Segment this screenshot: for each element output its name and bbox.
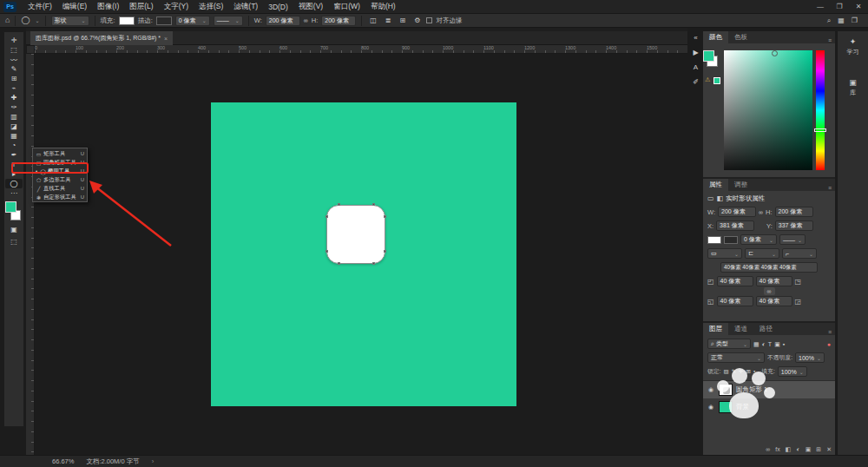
hue-slider-marker[interactable]	[814, 128, 826, 132]
blend-mode-select[interactable]: 正常⌄	[707, 352, 765, 363]
minimize-button[interactable]: —	[811, 0, 830, 14]
link-layers-icon[interactable]: ∞	[766, 446, 770, 453]
prop-height-input[interactable]: 200 像素	[775, 207, 813, 217]
panel-menu-icon[interactable]: ≡	[828, 185, 835, 191]
filter-smart-objects-icon[interactable]: ▪	[783, 341, 785, 347]
prop-stroke-swatch[interactable]	[724, 236, 738, 244]
character-panel-icon[interactable]: A	[694, 64, 698, 71]
anchor-point[interactable]	[326, 215, 328, 218]
collapse-panels-icon[interactable]: «	[694, 35, 697, 42]
layer-filter-select[interactable]: ⌕类型⌄	[707, 339, 751, 349]
vertical-ruler[interactable]	[26, 54, 35, 455]
color-picker-marker[interactable]	[772, 50, 778, 56]
close-tab-icon[interactable]: ×	[164, 36, 168, 42]
panel-tab[interactable]: 图层	[703, 323, 728, 335]
foreground-background-swatches[interactable]	[5, 201, 23, 222]
tool-mode-select[interactable]: 形状⌄	[51, 16, 89, 26]
search-icon[interactable]: ⌕	[827, 17, 831, 24]
anchor-point[interactable]	[326, 250, 328, 253]
panel-menu-icon[interactable]: ≡	[828, 37, 835, 43]
rounded-rectangle-shape[interactable]	[326, 205, 385, 264]
anchor-point[interactable]	[372, 262, 375, 265]
ellipse-tool[interactable]: ◯	[5, 179, 23, 188]
filter-type-layers-icon[interactable]: T	[768, 341, 772, 347]
panel-tab[interactable]: 路径	[753, 323, 779, 335]
close-button[interactable]: ✕	[849, 0, 868, 14]
anchor-point[interactable]	[338, 262, 340, 265]
layer-style-icon[interactable]: fx	[775, 446, 779, 453]
menu-item[interactable]: 文字(Y)	[159, 0, 194, 14]
eyedropper-tool[interactable]: ⌁	[5, 83, 23, 93]
lock-position-icon[interactable]: ✛	[739, 369, 743, 375]
lock-pixels-icon[interactable]: ✎	[732, 369, 736, 375]
filter-adjustment-layers-icon[interactable]: ◐	[762, 341, 766, 347]
blur-tool[interactable]: ◔	[5, 141, 23, 150]
menu-item[interactable]: 图像(I)	[92, 0, 124, 14]
menu-item[interactable]: 图层(L)	[124, 0, 158, 14]
panel-tab[interactable]: 调整	[728, 179, 753, 191]
status-chevron-icon[interactable]: ›	[152, 457, 155, 465]
hue-slider[interactable]	[816, 50, 825, 170]
anchor-point[interactable]	[338, 203, 340, 206]
tool-preset-icon[interactable]: ◯	[21, 16, 30, 24]
arrange-documents-icon[interactable]: ▦	[838, 17, 845, 24]
radius-link-icon[interactable]: ∞	[764, 287, 775, 295]
layer-visibility-icon[interactable]: ◉	[707, 404, 715, 411]
foreground-color-swatch[interactable]	[5, 201, 16, 213]
new-group-icon[interactable]: ▣	[806, 446, 812, 453]
flyout-rectangle-tool[interactable]: ▭ 矩形工具 U	[33, 149, 87, 158]
panel-tab[interactable]: 色板	[728, 31, 753, 43]
radius-bl-input[interactable]: 40 像素	[717, 296, 753, 306]
lasso-tool[interactable]: 〰	[5, 55, 23, 64]
stroke-align-select[interactable]: ▭⌄	[707, 248, 742, 259]
eraser-tool[interactable]: ◪	[5, 122, 23, 131]
layer-thumbnail[interactable]	[719, 401, 733, 413]
panel-menu-icon[interactable]: ≡	[828, 329, 835, 335]
screen-mode-icon[interactable]: ⬚	[5, 237, 23, 247]
learn-panel[interactable]: ✦ 学习	[847, 38, 859, 56]
brush-settings-panel-icon[interactable]: ✐	[693, 79, 699, 86]
foreground-color-chip[interactable]	[703, 50, 714, 62]
menu-item[interactable]: 帮助(H)	[365, 0, 401, 14]
crop-tool[interactable]: ⊞	[5, 74, 23, 83]
panel-tab[interactable]: 属性	[703, 179, 728, 191]
prop-stroke-style-select[interactable]: ——⌄	[779, 234, 806, 245]
stroke-caps-select[interactable]: ⊏⌄	[745, 248, 779, 259]
link-icon[interactable]: ∞	[759, 209, 763, 215]
fill-swatch[interactable]	[119, 16, 135, 25]
stroke-width-input[interactable]: 0 像素⌄	[175, 16, 210, 26]
home-icon[interactable]: ⌂	[5, 16, 10, 24]
quick-selection-tool[interactable]: ✎	[5, 64, 23, 74]
layer-row-rounded-rect[interactable]: ◉ 圆角矩形 1	[703, 381, 835, 398]
workspace-icon[interactable]: ❐	[852, 17, 858, 24]
prop-width-input[interactable]: 200 像素	[718, 207, 756, 217]
menu-item[interactable]: 窗口(W)	[328, 0, 365, 14]
prop-y-input[interactable]: 337 像素	[775, 220, 813, 231]
anchor-point[interactable]	[384, 250, 386, 253]
path-arrangement-icon[interactable]: ⊞	[398, 17, 409, 24]
menu-item[interactable]: 3D(D)	[263, 0, 293, 14]
radius-br-input[interactable]: 40 像素	[756, 296, 792, 306]
zoom-level[interactable]: 66.67%	[52, 457, 74, 465]
maximize-button[interactable]: ❐	[830, 0, 849, 14]
opacity-input[interactable]: 100%⌄	[795, 352, 825, 363]
anchor-point[interactable]	[372, 203, 375, 206]
radius-tr-input[interactable]: 40 像素	[756, 276, 792, 286]
adjustment-layer-icon[interactable]: ◐	[796, 446, 799, 453]
panel-tab[interactable]: 颜色	[703, 31, 728, 43]
lock-transparency-icon[interactable]: ▨	[723, 369, 728, 375]
anchor-point[interactable]	[384, 215, 386, 218]
prop-stroke-width-input[interactable]: 0 像素⌄	[740, 234, 777, 245]
stroke-corners-select[interactable]: ⌐⌄	[782, 248, 817, 259]
align-edges-checkbox[interactable]	[426, 17, 432, 23]
add-mask-icon[interactable]: ◧	[786, 446, 792, 453]
lock-artboard-icon[interactable]: ⊞	[746, 369, 751, 375]
shape-height-input[interactable]: 200 像素	[321, 16, 356, 26]
healing-brush-tool[interactable]: ✚	[5, 93, 23, 102]
brush-tool[interactable]: ✑	[5, 102, 23, 112]
gamut-swatch[interactable]	[713, 77, 720, 84]
filter-pixel-layers-icon[interactable]: ▦	[753, 341, 760, 347]
layer-row-background[interactable]: ◉ 背景	[703, 398, 835, 416]
filter-toggle-icon[interactable]: ●	[827, 341, 831, 347]
gradient-tool[interactable]: ▦	[5, 131, 23, 141]
